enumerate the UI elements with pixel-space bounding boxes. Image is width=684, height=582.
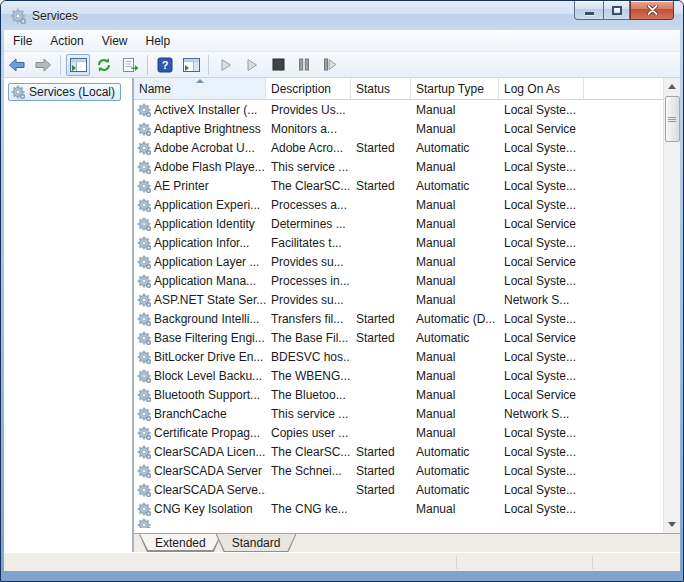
- scrollbar-thumb[interactable]: [665, 96, 680, 142]
- service-gear-icon: [137, 141, 151, 155]
- refresh-button[interactable]: [92, 54, 116, 76]
- service-log-on-as: Local Service: [499, 217, 584, 231]
- service-log-on-as: Local Syste...: [499, 198, 584, 212]
- service-name: BranchCache: [154, 407, 227, 421]
- partially-visible-row: [134, 518, 663, 528]
- service-row[interactable]: Application Layer ... Provides su... Man…: [134, 252, 663, 271]
- service-name: CNG Key Isolation: [154, 502, 253, 516]
- service-description: Provides su...: [266, 255, 351, 269]
- service-gear-icon: [137, 217, 151, 231]
- scroll-down-icon: [668, 522, 676, 527]
- service-row[interactable]: Block Level Backu... The WBENG... Manual…: [134, 366, 663, 385]
- show-action-pane-button[interactable]: [179, 54, 203, 76]
- service-row[interactable]: CNG Key Isolation The CNG ke... Manual L…: [134, 499, 663, 518]
- menu-item[interactable]: File: [4, 31, 41, 51]
- service-gear-icon: [137, 312, 151, 326]
- service-gear-icon: [137, 103, 151, 117]
- service-row[interactable]: Application Infor... Facilitates t... Ma…: [134, 233, 663, 252]
- sort-ascending-icon: [196, 79, 204, 83]
- service-row[interactable]: Certificate Propag... Copies user ... Ma…: [134, 423, 663, 442]
- service-row[interactable]: AE Printer The ClearSC... Started Automa…: [134, 176, 663, 195]
- menu-item[interactable]: Help: [137, 31, 180, 51]
- service-log-on-as: Local Syste...: [499, 160, 584, 174]
- service-gear-icon: [137, 502, 151, 516]
- scroll-down-button[interactable]: [664, 516, 681, 533]
- console-tree-icon: [70, 58, 87, 72]
- service-row[interactable]: BranchCache This service ... Manual Netw…: [134, 404, 663, 423]
- services-gear-icon: [11, 85, 25, 99]
- service-row[interactable]: ActiveX Installer (... Provides Us... Ma…: [134, 100, 663, 119]
- column-header-log-on-as[interactable]: Log On As: [499, 78, 584, 99]
- column-header-description[interactable]: Description: [266, 78, 351, 99]
- start-service-button[interactable]: [214, 54, 238, 76]
- tab-extended[interactable]: Extended: [139, 534, 222, 552]
- service-startup-type: Manual: [411, 502, 499, 516]
- service-row[interactable]: Bluetooth Support... The Bluetoo... Manu…: [134, 385, 663, 404]
- service-description: The ClearSC...: [266, 179, 351, 193]
- play-icon: [246, 58, 258, 72]
- service-startup-type: Manual: [411, 407, 499, 421]
- scroll-up-button[interactable]: [664, 78, 681, 95]
- service-gear-icon: [137, 350, 151, 364]
- service-startup-type: Manual: [411, 388, 499, 402]
- title-bar[interactable]: Services: [1, 1, 683, 30]
- column-header-status[interactable]: Status: [351, 78, 411, 99]
- restart-service-button[interactable]: [318, 54, 342, 76]
- service-row[interactable]: ASP.NET State Ser... Provides su... Manu…: [134, 290, 663, 309]
- stop-service-button[interactable]: [266, 54, 290, 76]
- column-header-name[interactable]: Name: [134, 78, 266, 99]
- minimize-button[interactable]: [574, 1, 603, 20]
- refresh-icon: [96, 57, 112, 73]
- service-startup-type: Automatic: [411, 464, 499, 478]
- back-button[interactable]: [5, 54, 29, 76]
- column-header-startup-type[interactable]: Startup Type: [411, 78, 499, 99]
- service-row[interactable]: ClearSCADA Licen... The ClearSC... Start…: [134, 442, 663, 461]
- service-status: Started: [351, 464, 411, 478]
- service-gear-icon: [137, 388, 151, 402]
- menu-item[interactable]: View: [93, 31, 137, 51]
- pause-service-button[interactable]: [292, 54, 316, 76]
- service-row[interactable]: Application Mana... Processes in... Manu…: [134, 271, 663, 290]
- resume-service-button[interactable]: [240, 54, 264, 76]
- service-gear-icon: [137, 369, 151, 383]
- service-log-on-as: Local Syste...: [499, 464, 584, 478]
- service-log-on-as: Local Service: [499, 331, 584, 345]
- service-row[interactable]: Base Filtering Engi... The Base Fil... S…: [134, 328, 663, 347]
- tree-item-services-local[interactable]: Services (Local): [8, 83, 121, 101]
- service-gear-icon: [137, 426, 151, 440]
- service-row[interactable]: Adobe Flash Playe... This service ... Ma…: [134, 157, 663, 176]
- service-log-on-as: Local Service: [499, 122, 584, 136]
- service-description: BDESVC hos...: [266, 350, 351, 364]
- tab-standard[interactable]: Standard: [216, 534, 297, 552]
- close-button[interactable]: [630, 1, 674, 20]
- vertical-scrollbar[interactable]: [663, 78, 680, 533]
- service-description: The ClearSC...: [266, 445, 351, 459]
- service-name: AE Printer: [154, 179, 209, 193]
- service-name: Bluetooth Support...: [154, 388, 260, 402]
- service-row[interactable]: Application Identity Determines ... Manu…: [134, 214, 663, 233]
- status-bar: [4, 552, 680, 571]
- show-console-tree-button[interactable]: [66, 54, 90, 76]
- service-row[interactable]: Adaptive Brightness Monitors a... Manual…: [134, 119, 663, 138]
- service-startup-type: Manual: [411, 103, 499, 117]
- service-gear-icon: [137, 179, 151, 193]
- service-row[interactable]: Background Intelli... Transfers fil... S…: [134, 309, 663, 328]
- service-row[interactable]: BitLocker Drive En... BDESVC hos... Manu…: [134, 347, 663, 366]
- export-list-button[interactable]: [118, 54, 142, 76]
- service-gear-icon: [137, 236, 151, 250]
- minimize-icon: [585, 12, 594, 15]
- service-row[interactable]: Application Experi... Processes a... Man…: [134, 195, 663, 214]
- service-row[interactable]: Adobe Acrobat U... Adobe Acro... Started…: [134, 138, 663, 157]
- service-row[interactable]: ClearSCADA Server The Schnei... Started …: [134, 461, 663, 480]
- export-list-icon: [122, 57, 139, 73]
- service-startup-type: Automatic: [411, 179, 499, 193]
- service-row[interactable]: ClearSCADA Serve... Started Automatic Lo…: [134, 480, 663, 499]
- service-log-on-as: Local Syste...: [499, 426, 584, 440]
- service-name: ClearSCADA Serve...: [154, 483, 266, 497]
- maximize-button[interactable]: [603, 1, 630, 20]
- forward-button[interactable]: [31, 54, 55, 76]
- service-name: Adobe Acrobat U...: [154, 141, 255, 155]
- help-button[interactable]: ?: [153, 54, 177, 76]
- scrollbar-track[interactable]: [664, 95, 681, 516]
- menu-item[interactable]: Action: [41, 31, 92, 51]
